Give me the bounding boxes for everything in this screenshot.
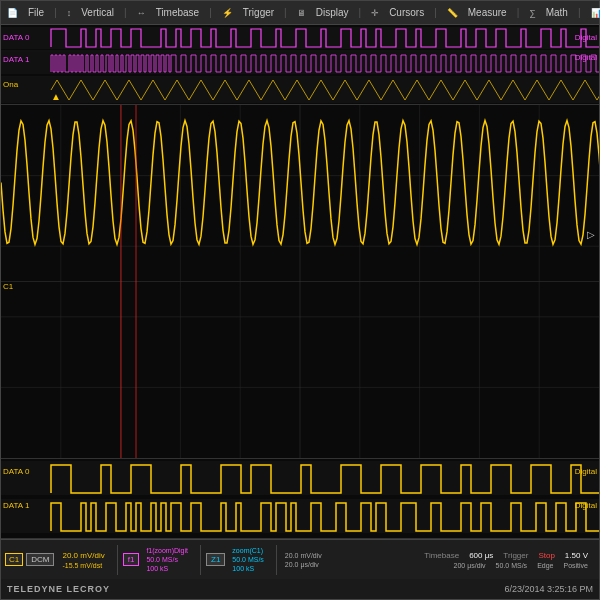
trigger-marker-top: ▲ <box>51 91 61 102</box>
digit0-top-label: Digital <box>575 33 597 42</box>
menu-measure[interactable]: Measure <box>468 7 507 18</box>
top-strip: DATA 0 DATA 1 Ona Digital Digital ▲ <box>1 25 599 105</box>
scope-area: DATA 0 DATA 1 Ona Digital Digital ▲ <box>1 25 599 539</box>
brand-name: TELEDYNE LECROY <box>7 584 110 594</box>
menu-display[interactable]: Display <box>316 7 349 18</box>
ona-label: Ona <box>3 80 18 89</box>
c1-offset: -15.5 mV/dst <box>59 561 107 570</box>
menubar: 📄 File | ↕ Vertical | ↔ Timebase | ⚡ Tri… <box>1 1 599 25</box>
data1-bot-label: DATA 1 <box>3 501 29 510</box>
menu-file[interactable]: File <box>28 7 44 18</box>
brandbar: TELEDYNE LECROY 6/23/2014 3:25:16 PM <box>1 579 599 599</box>
c1-wave-label: C1 <box>3 282 13 291</box>
data1-top-label: DATA 1 <box>3 55 29 64</box>
c1-2-stats: 20.0 mV/div 20.0 μs/div <box>282 551 325 569</box>
menu-math[interactable]: Math <box>546 7 568 18</box>
digit1-bot-right: Digital <box>575 501 597 510</box>
f1-stats: f1(zoom)Digit 50.0 MS/s 100 kS <box>143 546 191 573</box>
z1-samples: 100 kS <box>229 564 267 573</box>
brand-date: 6/23/2014 3:25:16 PM <box>504 584 593 594</box>
f1-scale: 50.0 MS/s <box>143 555 191 564</box>
svg-rect-4 <box>1 77 599 103</box>
statusbar: C1 DCM 20.0 mV/div -15.5 mV/dst f1 f1(zo… <box>1 539 599 579</box>
trigger-value: 1.50 V <box>562 550 591 561</box>
file-icon: 📄 <box>7 8 18 18</box>
timebase-label: Timebase <box>421 550 462 561</box>
trigger-label: Trigger <box>500 550 531 561</box>
top-strip-svg <box>1 25 599 104</box>
trigger-edge: Edge <box>534 561 556 570</box>
timebase2-value: 200 μs/div <box>451 561 489 570</box>
timebase-group: Timebase 600 μs Trigger Stop 1.50 V 200 … <box>421 550 591 570</box>
dcm-label: DCM <box>26 553 54 566</box>
z1-label: Z1 <box>206 553 225 566</box>
oscilloscope-app: 📄 File | ↕ Vertical | ↔ Timebase | ⚡ Tri… <box>0 0 600 600</box>
trigger-stop: Stop <box>535 550 557 561</box>
c1-scale: 20.0 mV/div <box>59 550 107 561</box>
sep1 <box>117 545 118 575</box>
c1-label: C1 <box>5 553 23 566</box>
data0-top-label: DATA 0 <box>3 33 29 42</box>
main-wave: C1 ▷ <box>1 105 599 459</box>
digit1-top-label: Digital <box>575 53 597 62</box>
trigger-arrow-right: ▷ <box>587 229 595 240</box>
digit0-bot-right: Digital <box>575 467 597 476</box>
svg-rect-21 <box>1 461 599 495</box>
c1-stats: 20.0 mV/div -15.5 mV/dst <box>59 550 107 570</box>
f1-samples: 100 kS <box>143 564 191 573</box>
c1-2-samples: 20.0 μs/div <box>282 560 325 569</box>
menu-timebase[interactable]: Timebase <box>156 7 200 18</box>
timebase-value: 600 μs <box>466 550 496 561</box>
sep3 <box>276 545 277 575</box>
z1-stats: zoom(C1) 50.0 MS/s 100 kS <box>229 546 267 573</box>
f1-type: f1(zoom)Digit <box>143 546 191 555</box>
z1-scale: 50.0 MS/s <box>229 555 267 564</box>
z1-desc: zoom(C1) <box>229 546 267 555</box>
menu-vertical[interactable]: Vertical <box>81 7 114 18</box>
f1-label: f1 <box>123 553 140 566</box>
menu-trigger[interactable]: Trigger <box>243 7 274 18</box>
bottom-digital: DATA 0 DATA 1 Digital Digital <box>1 459 599 539</box>
c1-2-scale: 20.0 mV/div <box>282 551 325 560</box>
timebase3-value: 50.0 MS/s <box>493 561 531 570</box>
bottom-digital-svg <box>1 459 599 538</box>
trigger-pos: Positive <box>560 561 591 570</box>
data0-bot-label: DATA 0 <box>3 467 29 476</box>
main-wave-svg <box>1 105 599 458</box>
sep2 <box>200 545 201 575</box>
svg-rect-2 <box>1 27 599 49</box>
menu-cursors[interactable]: Cursors <box>389 7 424 18</box>
